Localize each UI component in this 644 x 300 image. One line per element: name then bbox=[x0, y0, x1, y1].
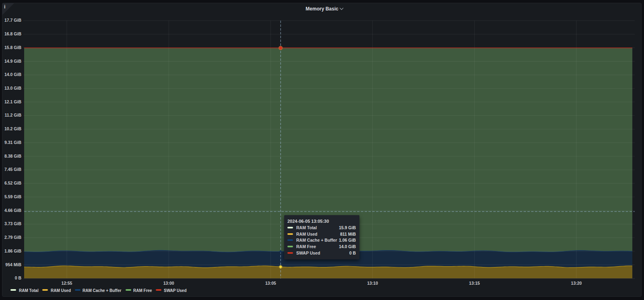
svg-text:13:00: 13:00 bbox=[163, 281, 174, 286]
svg-text:15.8 GiB: 15.8 GiB bbox=[4, 45, 21, 50]
svg-text:i: i bbox=[4, 4, 6, 10]
svg-text:8.38 GiB: 8.38 GiB bbox=[4, 154, 21, 158]
svg-text:RAM Used: RAM Used bbox=[51, 288, 71, 293]
svg-text:14.9 GiB: 14.9 GiB bbox=[4, 59, 21, 64]
svg-text:6.52 GiB: 6.52 GiB bbox=[4, 181, 21, 185]
svg-text:14.0 GiB: 14.0 GiB bbox=[4, 72, 21, 77]
svg-text:17.7 GiB: 17.7 GiB bbox=[4, 18, 21, 23]
svg-text:SWAP Used: SWAP Used bbox=[164, 288, 187, 293]
svg-text:RAM Free: RAM Free bbox=[133, 288, 152, 293]
svg-text:2.79 GiB: 2.79 GiB bbox=[4, 235, 21, 240]
svg-text:954 MiB: 954 MiB bbox=[5, 262, 21, 267]
svg-text:RAM Total: RAM Total bbox=[19, 288, 39, 293]
svg-text:RAM Cache + Buffer: RAM Cache + Buffer bbox=[83, 288, 122, 293]
svg-text:1.86 GiB: 1.86 GiB bbox=[4, 249, 21, 253]
svg-text:13:15: 13:15 bbox=[469, 281, 480, 286]
svg-text:12.1 GiB: 12.1 GiB bbox=[4, 99, 21, 104]
svg-text:3.73 GiB: 3.73 GiB bbox=[4, 221, 21, 226]
svg-text:13:05: 13:05 bbox=[265, 281, 276, 286]
svg-text:11.2 GiB: 11.2 GiB bbox=[5, 113, 22, 117]
svg-text:0 B: 0 B bbox=[15, 275, 22, 280]
svg-text:13:20: 13:20 bbox=[571, 281, 582, 286]
svg-text:Memory Basic: Memory Basic bbox=[305, 6, 339, 12]
svg-text:16.8 GiB: 16.8 GiB bbox=[4, 31, 21, 36]
svg-text:9.31 GiB: 9.31 GiB bbox=[4, 140, 21, 145]
svg-text:12:55: 12:55 bbox=[62, 281, 72, 286]
svg-text:5.59 GiB: 5.59 GiB bbox=[4, 194, 21, 199]
svg-text:7.45 GiB: 7.45 GiB bbox=[4, 167, 21, 172]
svg-text:13.0 GiB: 13.0 GiB bbox=[4, 86, 21, 90]
svg-text:4.66 GiB: 4.66 GiB bbox=[4, 208, 21, 213]
svg-text:13:10: 13:10 bbox=[367, 281, 378, 286]
svg-text:10.2 GiB: 10.2 GiB bbox=[4, 126, 21, 131]
